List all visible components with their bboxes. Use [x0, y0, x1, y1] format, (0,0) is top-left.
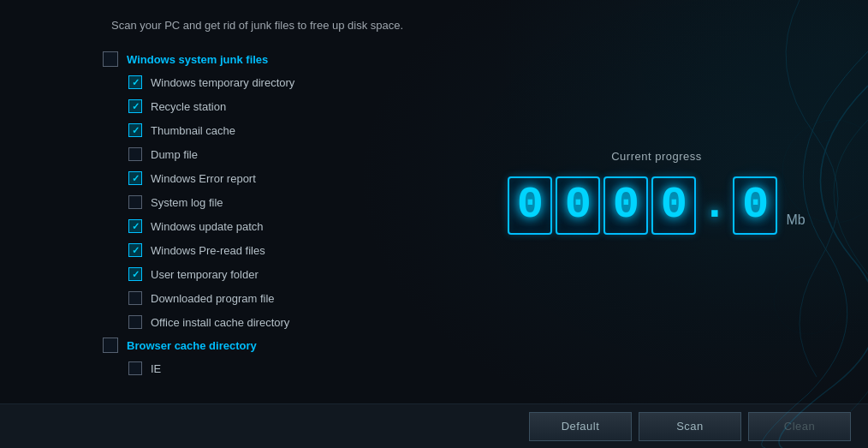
- digit-3: 0: [603, 176, 648, 235]
- description-text: Scan your PC and get rid of junk files t…: [111, 19, 403, 32]
- windows-system-group-checkbox[interactable]: [103, 51, 118, 67]
- win-preread-label: Windows Pre-read files: [151, 244, 265, 257]
- left-panel: Windows system junk files Windows tempor…: [103, 15, 428, 403]
- browser-cache-group: Browser cache directory IE: [103, 337, 428, 380]
- decimal-dot: .: [701, 183, 728, 228]
- unit-label: Mb: [786, 212, 805, 235]
- list-item: Recycle station: [128, 94, 428, 118]
- list-item: Windows update patch: [128, 214, 428, 238]
- recycle-station-checkbox[interactable]: [128, 99, 142, 113]
- downloaded-program-label: Downloaded program file: [151, 292, 275, 305]
- scan-button[interactable]: Scan: [639, 412, 741, 441]
- list-item: User temporary folder: [128, 262, 428, 286]
- list-item: System log file: [128, 190, 428, 214]
- list-item: Downloaded program file: [128, 286, 428, 310]
- dump-file-label: Dump file: [151, 148, 198, 161]
- right-panel: Current progress 0 0 0 0 . 0 Mb: [462, 15, 851, 403]
- clean-button[interactable]: Clean: [748, 412, 851, 441]
- default-button[interactable]: Default: [529, 412, 632, 441]
- main-container: Scan your PC and get rid of junk files t…: [0, 0, 868, 448]
- list-item: Office install cache directory: [128, 310, 428, 334]
- win-error-report-checkbox[interactable]: [128, 171, 142, 185]
- windows-system-group-label: Windows system junk files: [127, 53, 268, 66]
- office-cache-checkbox[interactable]: [128, 315, 142, 329]
- ie-checkbox[interactable]: [128, 361, 142, 375]
- win-error-report-label: Windows Error report: [151, 172, 256, 185]
- browser-cache-items: IE: [103, 356, 428, 380]
- browser-cache-group-checkbox[interactable]: [103, 337, 118, 353]
- list-item: Windows Error report: [128, 166, 428, 190]
- digit-display: 0 0 0 0 . 0: [508, 176, 777, 235]
- thumbnail-cache-checkbox[interactable]: [128, 123, 142, 137]
- progress-display: 0 0 0 0 . 0 Mb: [508, 176, 805, 235]
- system-log-label: System log file: [151, 196, 223, 209]
- user-temp-folder-checkbox[interactable]: [128, 267, 142, 281]
- thumbnail-cache-label: Thumbnail cache: [151, 124, 235, 137]
- downloaded-program-checkbox[interactable]: [128, 291, 142, 305]
- digit-2: 0: [556, 176, 600, 235]
- list-item: Dump file: [128, 142, 428, 166]
- list-item: Thumbnail cache: [128, 118, 428, 142]
- digit-4: 0: [651, 176, 696, 235]
- win-temp-dir-label: Windows temporary directory: [151, 76, 294, 89]
- digit-1: 0: [508, 176, 552, 235]
- win-preread-checkbox[interactable]: [128, 243, 142, 257]
- list-item: IE: [128, 356, 428, 380]
- win-update-patch-checkbox[interactable]: [128, 219, 142, 233]
- toolbar: Default Scan Clean: [0, 403, 868, 448]
- windows-system-items: Windows temporary directory Recycle stat…: [103, 70, 428, 334]
- system-log-checkbox[interactable]: [128, 195, 142, 209]
- digit-decimal: 0: [733, 176, 777, 235]
- list-item: Windows temporary directory: [128, 70, 428, 94]
- progress-label: Current progress: [611, 150, 702, 163]
- recycle-station-label: Recycle station: [151, 100, 226, 113]
- dump-file-checkbox[interactable]: [128, 147, 142, 161]
- user-temp-folder-label: User temporary folder: [151, 268, 259, 281]
- win-update-patch-label: Windows update patch: [151, 220, 264, 233]
- list-item: Windows Pre-read files: [128, 238, 428, 262]
- browser-cache-group-label: Browser cache directory: [127, 339, 257, 352]
- win-temp-dir-checkbox[interactable]: [128, 75, 142, 89]
- office-cache-label: Office install cache directory: [151, 316, 289, 329]
- windows-system-group: Windows system junk files Windows tempor…: [103, 51, 428, 334]
- ie-label: IE: [151, 362, 161, 375]
